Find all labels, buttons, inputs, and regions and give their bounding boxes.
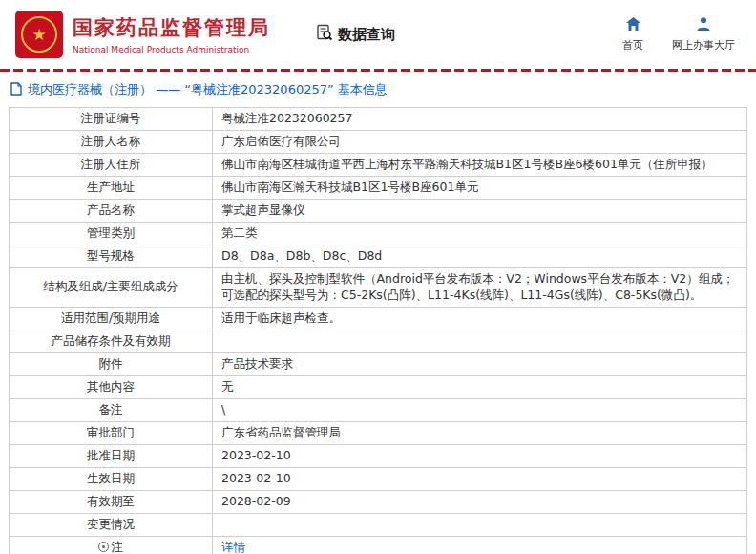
row-value: 适用于临床超声检查。: [213, 307, 747, 330]
row-label: 注册人住所: [10, 154, 213, 177]
row-value: 详情: [213, 536, 747, 554]
table-row: 型号规格D8、D8a、D8b、D8c、D8d: [10, 245, 747, 268]
emblem-star: ★: [21, 16, 57, 53]
agency-name-cn: 国家药品监督管理局: [73, 14, 270, 41]
row-value: \: [213, 398, 747, 421]
row-label: 变更情况: [10, 513, 213, 536]
row-label: 产品名称: [10, 200, 213, 223]
row-label: 管理类别: [10, 223, 213, 245]
page-title: 境内医疗器械（注册） —— “粤械注准20232060257” 基本信息: [28, 81, 388, 98]
row-label: 生产地址: [10, 177, 213, 200]
document-icon: [10, 82, 23, 98]
table-row: 产品储存条件及有效期: [10, 330, 747, 352]
row-label: 附件: [10, 352, 213, 375]
table-row: 有效期至2028-02-09: [10, 490, 747, 513]
row-label: 适用范围/预期用途: [10, 307, 213, 330]
table-row: 生产地址佛山市南海区瀚天科技城B1区1号楼B座601单元: [10, 177, 747, 200]
table-row: 变更情况: [10, 513, 747, 536]
table-row: 适用范围/预期用途适用于临床超声检查。: [10, 307, 747, 330]
row-value: 无: [213, 375, 747, 398]
national-emblem-icon: ★: [15, 11, 63, 58]
row-label: 注册证编号: [10, 108, 213, 131]
table-row: 注册证编号粤械注准20232060257: [10, 108, 747, 131]
brand: ★ 国家药品监督管理局 National Medical Products Ad…: [15, 11, 270, 58]
row-value: 佛山市南海区瀚天科技城B1区1号楼B座601单元: [213, 177, 747, 200]
home-icon: [625, 16, 641, 35]
row-value: 产品技术要求: [213, 352, 747, 375]
top-nav: 首页 网上办事大厅: [622, 16, 741, 53]
person-icon: [696, 16, 711, 35]
row-value: 2023-02-10: [213, 467, 747, 490]
row-value: 掌式超声显像仪: [213, 200, 747, 223]
table-row: 注详情: [10, 536, 747, 554]
row-label: 注: [10, 536, 213, 554]
table-row: 附件产品技术要求: [10, 352, 747, 375]
row-value: 2023-02-10: [213, 444, 747, 467]
doc-search-icon: [316, 24, 333, 45]
site-header: ★ 国家药品监督管理局 National Medical Products Ad…: [0, 0, 756, 69]
row-value: D8、D8a、D8b、D8c、D8d: [213, 245, 747, 268]
row-value: 第二类: [213, 223, 747, 245]
row-value: [213, 330, 747, 352]
row-label: 结构及组成/主要组成成分: [10, 268, 213, 308]
row-label: 有效期至: [10, 490, 213, 513]
row-value: 由主机、探头及控制型软件（Android平台发布版本：V2；Windows平台发…: [213, 268, 747, 308]
data-query-tab[interactable]: 数据查询: [316, 24, 395, 45]
row-value: 广东启佑医疗有限公司: [213, 131, 747, 154]
table-row: 注册人名称广东启佑医疗有限公司: [10, 131, 747, 154]
row-label: 产品储存条件及有效期: [10, 330, 213, 352]
table-row: 批准日期2023-02-10: [10, 444, 747, 467]
row-label: 注册人名称: [10, 131, 213, 154]
nav-service-hall-label: 网上办事大厅: [672, 38, 735, 53]
breadcrumb: 境内医疗器械（注册） —— “粤械注准20232060257” 基本信息: [0, 72, 756, 105]
row-label: 生效日期: [10, 467, 213, 490]
row-value: 广东省药品监督管理局: [213, 421, 747, 444]
table-row: 注册人住所佛山市南海区桂城街道平西上海村东平路瀚天科技城B1区1号楼B座6楼60…: [10, 154, 747, 177]
data-query-label: 数据查询: [338, 26, 395, 44]
row-label: 其他内容: [10, 375, 213, 398]
table-row: 产品名称掌式超声显像仪: [10, 200, 747, 223]
row-value: 佛山市南海区桂城街道平西上海村东平路瀚天科技城B1区1号楼B座6楼601单元（住…: [213, 154, 747, 177]
nav-home[interactable]: 首页: [622, 16, 643, 53]
note-icon: [98, 542, 109, 552]
table-row: 结构及组成/主要组成成分由主机、探头及控制型软件（Android平台发布版本：V…: [10, 268, 747, 308]
row-label: 型号规格: [10, 245, 213, 268]
table-row: 审批部门广东省药品监督管理局: [10, 421, 747, 444]
table-row: 其他内容无: [10, 375, 747, 398]
detail-link[interactable]: 详情: [221, 540, 245, 554]
row-label: 审批部门: [10, 421, 213, 444]
nav-home-label: 首页: [622, 38, 643, 53]
table-row: 管理类别第二类: [10, 223, 747, 245]
row-label: 批准日期: [10, 444, 213, 467]
row-value: 2028-02-09: [213, 490, 747, 513]
row-value: [213, 513, 747, 536]
row-value: 粤械注准20232060257: [213, 108, 747, 131]
nav-service-hall[interactable]: 网上办事大厅: [672, 16, 735, 53]
brand-text: 国家药品监督管理局 National Medical Products Admi…: [73, 14, 270, 54]
row-label: 备注: [10, 398, 213, 421]
agency-name-en: National Medical Products Administration: [73, 45, 270, 54]
table-row: 备注\: [10, 398, 747, 421]
registration-info-table: 注册证编号粤械注准20232060257注册人名称广东启佑医疗有限公司注册人住所…: [9, 107, 747, 554]
table-row: 生效日期2023-02-10: [10, 467, 747, 490]
